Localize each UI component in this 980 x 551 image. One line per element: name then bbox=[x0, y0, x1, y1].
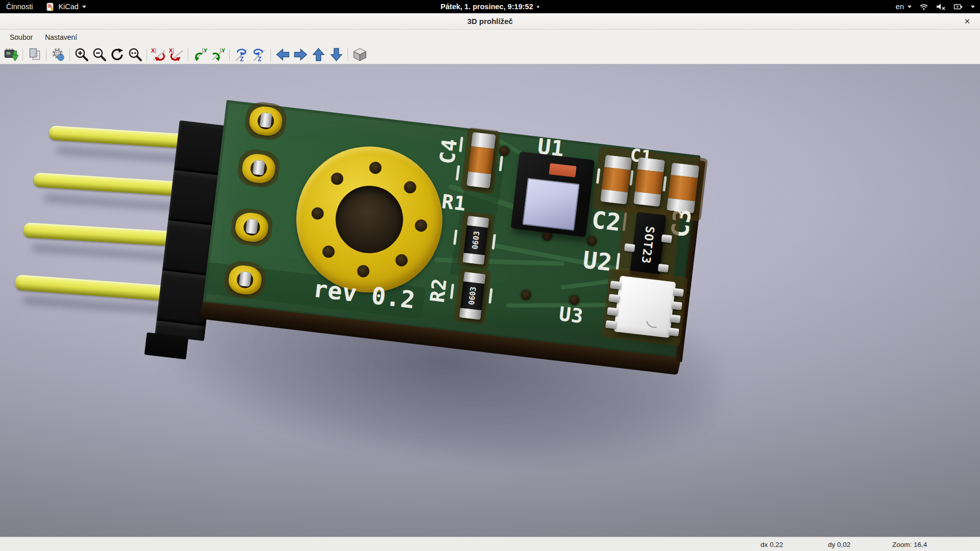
copy-image-button[interactable] bbox=[26, 46, 43, 63]
silkscreen-tick bbox=[488, 288, 493, 304]
pin-top bbox=[259, 112, 272, 128]
capacitor-terminal bbox=[467, 172, 492, 189]
battery-icon bbox=[953, 3, 963, 11]
via bbox=[520, 289, 531, 300]
copper-trace bbox=[506, 303, 608, 308]
move-up-button[interactable] bbox=[309, 46, 327, 63]
component-pin bbox=[671, 302, 682, 310]
component-pin bbox=[610, 281, 621, 289]
close-window-button[interactable]: × bbox=[961, 15, 974, 28]
chip-sensor-window bbox=[522, 178, 579, 231]
toolbar-separator bbox=[146, 48, 147, 61]
arrow-left-icon bbox=[275, 47, 290, 62]
rotate-y-ccw-button[interactable]: Y bbox=[209, 46, 227, 63]
ring-hole bbox=[414, 219, 428, 233]
app-menu-kicad[interactable]: KiCad bbox=[46, 0, 86, 13]
reload-board-icon bbox=[4, 47, 19, 62]
menu-bar: Soubor Nastavení bbox=[0, 30, 980, 45]
svg-text:X: X bbox=[151, 47, 155, 54]
rotate-y-cw-button[interactable]: Y bbox=[191, 46, 209, 63]
rotate-z-ccw-button[interactable]: Z bbox=[250, 46, 268, 63]
window-titlebar: 3D prohlížeč × bbox=[0, 13, 980, 30]
move-right-button[interactable] bbox=[291, 46, 309, 63]
status-bar: dx 0,22 dy 0,02 Zoom: 16,4 bbox=[0, 537, 980, 551]
reload-board-button[interactable] bbox=[2, 46, 20, 63]
component-pin bbox=[670, 314, 681, 323]
zoom-in-button[interactable] bbox=[72, 46, 90, 63]
via bbox=[586, 235, 598, 246]
component-pin bbox=[624, 243, 635, 252]
chevron-down-icon bbox=[82, 6, 86, 8]
render-options-button[interactable] bbox=[49, 46, 67, 63]
svg-text:Y: Y bbox=[204, 47, 208, 54]
menu-soubor[interactable]: Soubor bbox=[4, 31, 38, 44]
header-pin bbox=[33, 172, 190, 196]
move-left-button[interactable] bbox=[274, 46, 291, 63]
status-zoom: Zoom: 16,4 bbox=[892, 540, 927, 548]
rotate-z-ccw-icon: Z bbox=[252, 47, 267, 62]
toolbar-separator bbox=[69, 48, 70, 61]
component-pin bbox=[673, 288, 684, 297]
keyboard-layout-indicator[interactable]: en bbox=[896, 3, 912, 11]
arrow-right-icon bbox=[293, 47, 308, 62]
rotate-z-cw-button[interactable]: Z bbox=[232, 46, 250, 63]
redraw-icon bbox=[110, 47, 125, 62]
toolbar-separator bbox=[188, 48, 188, 61]
svg-text:Y: Y bbox=[222, 47, 226, 54]
pin-shadow bbox=[43, 194, 189, 212]
wifi-icon bbox=[919, 3, 928, 11]
pin-shadow bbox=[56, 146, 194, 164]
ring-hole bbox=[395, 254, 408, 267]
capacitor-c3 bbox=[667, 163, 700, 214]
zoom-out-icon bbox=[92, 47, 107, 62]
ring-hole bbox=[330, 172, 344, 186]
settings-gear-icon bbox=[51, 47, 66, 62]
resistor-size-marking: 0603 bbox=[467, 286, 478, 306]
pcb-board: rev 0.2 C4 U1 R1 bbox=[203, 100, 700, 358]
ortho-view-button[interactable] bbox=[351, 46, 369, 63]
notification-dot-icon: ● bbox=[536, 4, 539, 9]
rotate-x-ccw-button[interactable]: X bbox=[167, 46, 185, 63]
rotate-x-cw-icon: X bbox=[151, 47, 166, 62]
toolbar-separator bbox=[46, 48, 46, 61]
mounting-hole bbox=[332, 182, 406, 257]
clock-menu[interactable]: Pátek, 1. prosinec, 9:19:52 ● bbox=[440, 3, 540, 11]
menu-nastaveni[interactable]: Nastavení bbox=[39, 31, 83, 44]
zoom-fit-button[interactable] bbox=[126, 46, 144, 63]
rotate-x-cw-button[interactable]: X bbox=[150, 46, 167, 63]
component-pin bbox=[607, 307, 618, 316]
component-pin bbox=[658, 264, 669, 272]
silkscreen-label: C4 bbox=[435, 137, 462, 165]
clock-label: Pátek, 1. prosinec, 9:19:52 bbox=[440, 3, 533, 11]
ring-hole bbox=[403, 181, 417, 194]
capacitor-c1 bbox=[600, 155, 632, 204]
ring-hole bbox=[311, 207, 325, 220]
rotate-z-cw-icon: Z bbox=[234, 47, 249, 62]
capacitor-body bbox=[602, 167, 631, 192]
header-pin bbox=[23, 222, 185, 247]
svg-text:Z: Z bbox=[258, 56, 261, 62]
pin-top bbox=[239, 271, 252, 287]
activities-button[interactable]: Činnosti bbox=[6, 0, 33, 13]
header-pin bbox=[48, 126, 198, 149]
svg-text:Z: Z bbox=[240, 56, 243, 62]
move-down-button[interactable] bbox=[327, 46, 345, 63]
rotate-x-ccw-icon: X bbox=[169, 47, 184, 62]
chevron-down-icon[interactable] bbox=[971, 6, 975, 8]
redraw-button[interactable] bbox=[108, 46, 126, 63]
3d-viewport[interactable]: rev 0.2 C4 U1 R1 bbox=[0, 64, 980, 537]
toolbar-separator bbox=[348, 48, 348, 61]
zoom-out-button[interactable] bbox=[90, 46, 108, 63]
system-status-area[interactable]: en bbox=[896, 3, 980, 11]
toolbar-separator bbox=[229, 48, 230, 61]
copy-icon bbox=[27, 47, 42, 62]
chip-orange-mark bbox=[549, 163, 576, 178]
toolbar-separator bbox=[271, 48, 271, 61]
pin-top bbox=[252, 160, 265, 175]
silkscreen-label: C2 bbox=[590, 206, 622, 236]
language-label: en bbox=[896, 3, 904, 11]
resistor-body: 0603 bbox=[460, 281, 485, 310]
status-dx: dx 0,22 bbox=[761, 540, 783, 548]
ring-hole bbox=[369, 161, 382, 175]
capacitor-body bbox=[668, 175, 698, 201]
